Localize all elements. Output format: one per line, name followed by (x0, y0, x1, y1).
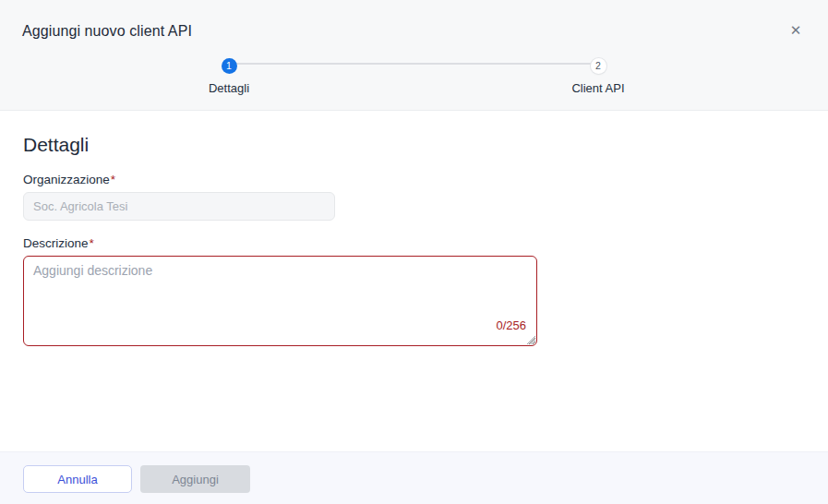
step-1-circle: 1 (222, 58, 237, 74)
submit-button[interactable]: Aggiungi (140, 465, 250, 493)
description-label: Descrizione* (23, 236, 94, 250)
organization-label-text: Organizzazione (23, 173, 110, 186)
description-field: 0/256 (23, 256, 537, 346)
stepper-step-client-api[interactable]: 2 Client API (543, 56, 654, 95)
organization-label: Organizzazione* (23, 173, 115, 186)
step-2-circle: 2 (591, 58, 606, 74)
organization-required-asterisk: * (111, 173, 115, 186)
section-heading: Dettagli (23, 134, 89, 156)
cancel-button[interactable]: Annulla (23, 465, 132, 493)
step-1-label: Dettagli (174, 81, 284, 95)
dialog-body: Dettagli Organizzazione* Descrizione* 0/… (0, 112, 828, 451)
close-icon: ✕ (790, 22, 802, 38)
step-2-label: Client API (543, 81, 654, 95)
stepper: 1 Dettagli 2 Client API (0, 0, 828, 111)
close-button[interactable]: ✕ (786, 20, 806, 41)
dialog-title: Aggiungi nuovo client API (22, 23, 192, 40)
stepper-connector-line (236, 63, 592, 65)
stepper-step-dettagli[interactable]: 1 Dettagli (174, 56, 284, 95)
dialog-header: Aggiungi nuovo client API ✕ 1 Dettagli 2… (0, 0, 828, 111)
description-textarea[interactable] (23, 256, 537, 346)
organization-input[interactable] (23, 192, 335, 221)
dialog-footer: Annulla Aggiungi (0, 451, 828, 504)
add-api-client-dialog: Aggiungi nuovo client API ✕ 1 Dettagli 2… (0, 0, 828, 504)
description-label-text: Descrizione (23, 236, 89, 250)
description-required-asterisk: * (90, 236, 94, 250)
